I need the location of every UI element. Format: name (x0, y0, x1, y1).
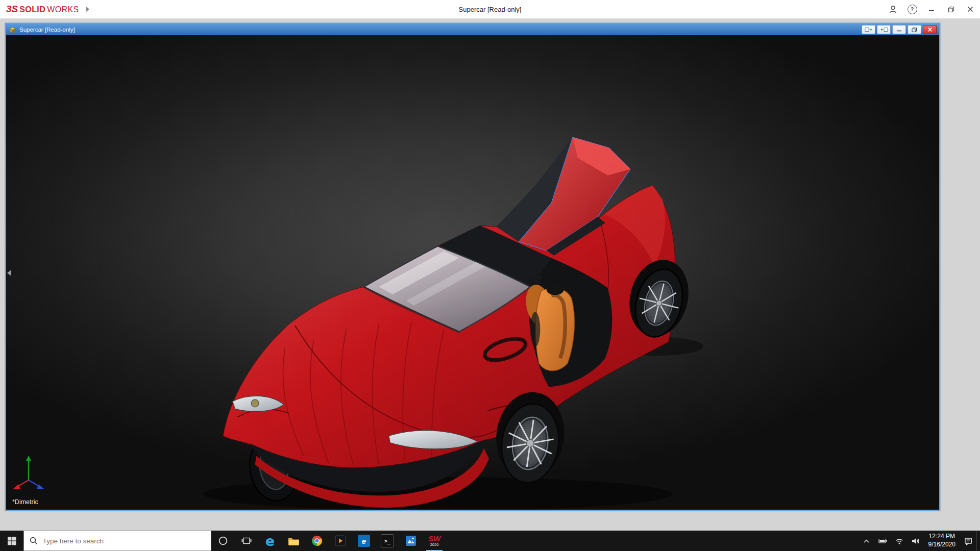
show-desktop-button[interactable] (976, 531, 980, 551)
action-center-icon (964, 537, 973, 545)
file-explorer-button[interactable] (282, 531, 305, 551)
network-button[interactable] (891, 531, 908, 551)
cortana-icon (218, 536, 228, 546)
windows-logo-icon (8, 537, 16, 545)
photos-button[interactable] (399, 531, 423, 551)
edge-button[interactable]: e (258, 531, 282, 551)
battery-button[interactable] (875, 531, 891, 551)
part-document-icon (9, 26, 16, 34)
edrawings-button[interactable]: e (352, 531, 376, 551)
solidworks-2020-button[interactable]: SW 2020 (423, 531, 446, 551)
app-window-controls: ? (883, 0, 980, 18)
doc-next-window-button[interactable] (877, 25, 891, 34)
solidworks-logo-mark: 3S (6, 4, 18, 15)
document-window-controls (862, 25, 937, 34)
minimize-button[interactable] (922, 0, 941, 18)
doc-minimize-icon (897, 27, 902, 32)
help-icon: ? (908, 5, 917, 14)
account-button[interactable] (883, 0, 902, 18)
doc-minimize-button[interactable] (892, 25, 906, 34)
photos-icon (405, 535, 416, 546)
window-arrow-left-icon (865, 27, 873, 33)
solidworks-icon: SW 2020 (428, 535, 440, 547)
command-prompt-icon: >_ (381, 534, 394, 547)
chrome-icon (311, 535, 323, 546)
chevron-up-icon (863, 538, 870, 544)
doc-close-button[interactable] (923, 25, 937, 34)
media-app-button[interactable] (329, 531, 352, 551)
doc-restore-button[interactable] (908, 25, 921, 34)
battery-icon (878, 537, 888, 545)
document-window: Supercar [Read-only] (5, 23, 940, 511)
command-prompt-button[interactable]: >_ (376, 531, 399, 551)
cortana-button[interactable] (211, 531, 235, 551)
edrawings-icon: e (358, 535, 370, 547)
volume-button[interactable] (908, 531, 924, 551)
taskbar-clock[interactable]: 12:24 PM 9/16/2020 (924, 531, 960, 551)
brand-text-light: WORKS (47, 5, 79, 14)
hidden-icons-button[interactable] (859, 531, 875, 551)
close-icon (967, 6, 973, 12)
document-titlebar[interactable]: Supercar [Read-only] (6, 24, 939, 35)
volume-icon (911, 537, 920, 545)
task-view-button[interactable] (235, 531, 258, 551)
search-icon (30, 537, 37, 545)
clock-date: 9/16/2020 (928, 541, 955, 549)
restore-icon (948, 6, 954, 13)
system-tray: 12:24 PM 9/16/2020 (859, 531, 980, 551)
minimize-icon (928, 6, 935, 12)
window-arrow-right-icon (880, 27, 888, 33)
mdi-area: Supercar [Read-only] (0, 18, 980, 531)
file-explorer-icon (288, 536, 300, 546)
graphics-viewport[interactable]: *Dimetric (6, 35, 939, 510)
close-button[interactable] (961, 0, 980, 18)
edge-icon: e (265, 534, 275, 548)
taskbar: e e >_ (0, 531, 980, 551)
user-icon (888, 5, 898, 14)
chrome-button[interactable] (305, 531, 329, 551)
search-input[interactable] (42, 537, 205, 545)
action-center-button[interactable] (960, 531, 976, 551)
doc-close-icon (927, 27, 933, 32)
network-icon (895, 537, 903, 545)
feature-pane-collapse-arrow[interactable] (7, 270, 11, 276)
app-titlebar: 3S SOLID WORKS Supercar [Read-only] ? (0, 0, 980, 19)
solidworks-logo[interactable]: 3S SOLID WORKS (0, 4, 79, 15)
start-button[interactable] (0, 531, 23, 551)
brand-text-bold: SOLID (19, 5, 45, 14)
clock-time: 12:24 PM (929, 533, 955, 541)
taskbar-search[interactable] (23, 531, 211, 551)
help-button[interactable]: ? (902, 0, 922, 18)
task-view-icon (241, 536, 252, 545)
document-title: Supercar [Read-only] (19, 27, 75, 33)
doc-previous-window-button[interactable] (862, 25, 875, 34)
orientation-triad[interactable] (11, 452, 49, 494)
desktop: 3S SOLID WORKS Supercar [Read-only] ? (0, 0, 980, 551)
doc-restore-icon (912, 27, 917, 33)
menu-expand-chevron-icon[interactable] (86, 7, 89, 12)
view-orientation-label: *Dimetric (12, 498, 38, 506)
app-window-title: Supercar [Read-only] (459, 0, 522, 18)
restore-button[interactable] (941, 0, 961, 18)
media-app-icon (335, 535, 346, 546)
car-3d-model (6, 35, 939, 510)
